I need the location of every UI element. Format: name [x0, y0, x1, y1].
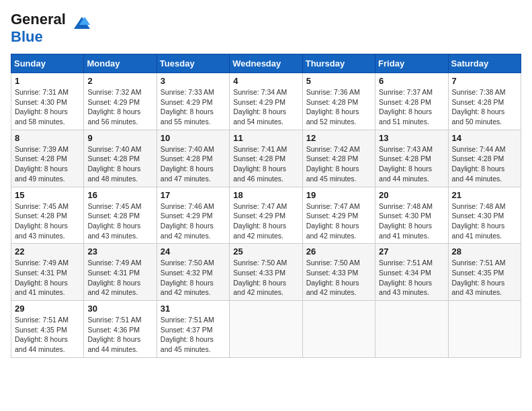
day-number: 26	[306, 246, 371, 257]
calendar-table: Sunday Monday Tuesday Wednesday Thursday…	[11, 54, 521, 358]
day-number: 20	[379, 190, 444, 200]
day-number: 3	[161, 76, 226, 86]
calendar-cell: 20 Sunrise: 7:48 AM Sunset: 4:30 PM Dayl…	[375, 187, 448, 244]
day-info: Sunrise: 7:51 AM Sunset: 4:36 PM Dayligh…	[87, 315, 152, 355]
day-info: Sunrise: 7:51 AM Sunset: 4:37 PM Dayligh…	[161, 315, 226, 355]
day-info: Sunrise: 7:48 AM Sunset: 4:30 PM Dayligh…	[379, 201, 444, 241]
calendar-cell: 7 Sunrise: 7:38 AM Sunset: 4:28 PM Dayli…	[448, 73, 521, 130]
day-info: Sunrise: 7:32 AM Sunset: 4:29 PM Dayligh…	[87, 87, 152, 127]
calendar-cell: 8 Sunrise: 7:39 AM Sunset: 4:28 PM Dayli…	[11, 130, 84, 187]
day-number: 21	[452, 190, 517, 200]
calendar-cell	[375, 301, 448, 358]
calendar-cell: 6 Sunrise: 7:37 AM Sunset: 4:28 PM Dayli…	[375, 73, 448, 130]
header-friday: Friday	[375, 54, 448, 73]
day-number: 1	[15, 76, 80, 86]
calendar-cell: 24 Sunrise: 7:50 AM Sunset: 4:32 PM Dayl…	[157, 244, 229, 301]
day-number: 8	[15, 133, 80, 143]
day-info: Sunrise: 7:48 AM Sunset: 4:30 PM Dayligh…	[452, 201, 517, 241]
day-info: Sunrise: 7:50 AM Sunset: 4:33 PM Dayligh…	[233, 258, 298, 298]
logo-text: General Blue	[11, 11, 66, 46]
day-number: 16	[87, 190, 152, 200]
calendar-cell: 19 Sunrise: 7:47 AM Sunset: 4:29 PM Dayl…	[302, 187, 375, 244]
calendar-cell: 14 Sunrise: 7:44 AM Sunset: 4:28 PM Dayl…	[448, 130, 521, 187]
calendar-cell: 23 Sunrise: 7:49 AM Sunset: 4:31 PM Dayl…	[84, 244, 157, 301]
day-number: 10	[161, 133, 226, 143]
calendar-cell: 2 Sunrise: 7:32 AM Sunset: 4:29 PM Dayli…	[84, 73, 157, 130]
calendar-cell	[230, 301, 302, 358]
logo-blue: Blue	[11, 28, 43, 45]
calendar-cell	[302, 301, 375, 358]
day-info: Sunrise: 7:36 AM Sunset: 4:28 PM Dayligh…	[306, 87, 371, 127]
day-number: 9	[87, 133, 152, 143]
day-number: 12	[306, 133, 371, 143]
calendar-cell: 4 Sunrise: 7:34 AM Sunset: 4:29 PM Dayli…	[230, 73, 302, 130]
day-info: Sunrise: 7:47 AM Sunset: 4:29 PM Dayligh…	[306, 201, 371, 241]
day-number: 17	[161, 190, 226, 200]
calendar-week-row: 1 Sunrise: 7:31 AM Sunset: 4:30 PM Dayli…	[11, 73, 521, 130]
day-info: Sunrise: 7:39 AM Sunset: 4:28 PM Dayligh…	[15, 144, 80, 184]
day-info: Sunrise: 7:45 AM Sunset: 4:28 PM Dayligh…	[15, 201, 80, 241]
header-saturday: Saturday	[448, 54, 521, 73]
day-number: 31	[161, 304, 226, 314]
day-info: Sunrise: 7:49 AM Sunset: 4:31 PM Dayligh…	[87, 258, 152, 298]
day-number: 25	[233, 246, 298, 257]
calendar-header-row: Sunday Monday Tuesday Wednesday Thursday…	[11, 54, 521, 73]
day-number: 19	[306, 190, 371, 200]
header-sunday: Sunday	[11, 54, 84, 73]
day-info: Sunrise: 7:38 AM Sunset: 4:28 PM Dayligh…	[452, 87, 517, 127]
logo-general: General	[11, 11, 66, 28]
day-number: 13	[379, 133, 444, 143]
day-number: 23	[87, 246, 152, 257]
day-info: Sunrise: 7:34 AM Sunset: 4:29 PM Dayligh…	[233, 87, 298, 127]
day-info: Sunrise: 7:49 AM Sunset: 4:31 PM Dayligh…	[15, 258, 80, 298]
day-number: 27	[379, 246, 444, 257]
day-info: Sunrise: 7:46 AM Sunset: 4:29 PM Dayligh…	[161, 201, 226, 241]
calendar-cell: 31 Sunrise: 7:51 AM Sunset: 4:37 PM Dayl…	[157, 301, 229, 358]
day-number: 22	[15, 246, 80, 257]
calendar-cell: 3 Sunrise: 7:33 AM Sunset: 4:29 PM Dayli…	[157, 73, 229, 130]
day-info: Sunrise: 7:42 AM Sunset: 4:28 PM Dayligh…	[306, 144, 371, 184]
calendar-cell: 21 Sunrise: 7:48 AM Sunset: 4:30 PM Dayl…	[448, 187, 521, 244]
calendar-week-row: 8 Sunrise: 7:39 AM Sunset: 4:28 PM Dayli…	[11, 130, 521, 187]
calendar-week-row: 15 Sunrise: 7:45 AM Sunset: 4:28 PM Dayl…	[11, 187, 521, 244]
day-info: Sunrise: 7:51 AM Sunset: 4:35 PM Dayligh…	[15, 315, 80, 355]
calendar-cell: 17 Sunrise: 7:46 AM Sunset: 4:29 PM Dayl…	[157, 187, 229, 244]
calendar-cell: 9 Sunrise: 7:40 AM Sunset: 4:28 PM Dayli…	[84, 130, 157, 187]
logo: General Blue	[11, 11, 91, 46]
day-number: 11	[233, 133, 298, 143]
calendar-week-row: 29 Sunrise: 7:51 AM Sunset: 4:35 PM Dayl…	[11, 301, 521, 358]
calendar-week-row: 22 Sunrise: 7:49 AM Sunset: 4:31 PM Dayl…	[11, 244, 521, 301]
day-info: Sunrise: 7:33 AM Sunset: 4:29 PM Dayligh…	[161, 87, 226, 127]
day-info: Sunrise: 7:31 AM Sunset: 4:30 PM Dayligh…	[15, 87, 80, 127]
day-info: Sunrise: 7:45 AM Sunset: 4:28 PM Dayligh…	[87, 201, 152, 241]
calendar-cell: 28 Sunrise: 7:51 AM Sunset: 4:35 PM Dayl…	[448, 244, 521, 301]
day-info: Sunrise: 7:37 AM Sunset: 4:28 PM Dayligh…	[379, 87, 444, 127]
day-number: 18	[233, 190, 298, 200]
calendar-cell: 16 Sunrise: 7:45 AM Sunset: 4:28 PM Dayl…	[84, 187, 157, 244]
page-header: General Blue	[11, 11, 521, 46]
calendar-cell: 11 Sunrise: 7:41 AM Sunset: 4:28 PM Dayl…	[230, 130, 302, 187]
calendar-cell: 29 Sunrise: 7:51 AM Sunset: 4:35 PM Dayl…	[11, 301, 84, 358]
calendar-cell: 22 Sunrise: 7:49 AM Sunset: 4:31 PM Dayl…	[11, 244, 84, 301]
day-number: 5	[306, 76, 371, 86]
calendar-cell: 25 Sunrise: 7:50 AM Sunset: 4:33 PM Dayl…	[230, 244, 302, 301]
calendar-cell: 13 Sunrise: 7:43 AM Sunset: 4:28 PM Dayl…	[375, 130, 448, 187]
day-number: 14	[452, 133, 517, 143]
calendar-cell: 27 Sunrise: 7:51 AM Sunset: 4:34 PM Dayl…	[375, 244, 448, 301]
day-info: Sunrise: 7:40 AM Sunset: 4:28 PM Dayligh…	[87, 144, 152, 184]
day-number: 30	[87, 304, 152, 314]
calendar-cell	[448, 301, 521, 358]
header-tuesday: Tuesday	[157, 54, 229, 73]
day-info: Sunrise: 7:44 AM Sunset: 4:28 PM Dayligh…	[452, 144, 517, 184]
day-number: 24	[161, 246, 226, 257]
calendar-cell: 1 Sunrise: 7:31 AM Sunset: 4:30 PM Dayli…	[11, 73, 84, 130]
day-info: Sunrise: 7:50 AM Sunset: 4:32 PM Dayligh…	[161, 258, 226, 298]
day-info: Sunrise: 7:51 AM Sunset: 4:34 PM Dayligh…	[379, 258, 444, 298]
day-number: 6	[379, 76, 444, 86]
logo-icon	[67, 10, 91, 34]
day-number: 2	[87, 76, 152, 86]
day-info: Sunrise: 7:40 AM Sunset: 4:28 PM Dayligh…	[161, 144, 226, 184]
day-info: Sunrise: 7:51 AM Sunset: 4:35 PM Dayligh…	[452, 258, 517, 298]
calendar-cell: 26 Sunrise: 7:50 AM Sunset: 4:33 PM Dayl…	[302, 244, 375, 301]
day-number: 15	[15, 190, 80, 200]
